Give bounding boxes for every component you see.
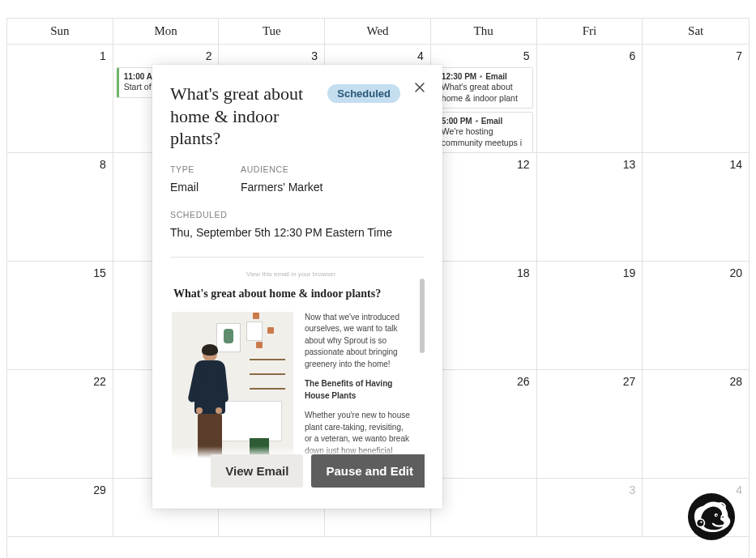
calendar-day[interactable]: 20 (643, 262, 749, 369)
preview-top-note: View this email in your browser (170, 270, 412, 278)
calendar-day[interactable]: 29 (7, 479, 113, 536)
day-number: 5 (523, 49, 530, 62)
preview-intro: Now that we've introduced ourselves, we … (305, 312, 410, 371)
calendar-header-tue: Tue (219, 19, 325, 44)
day-number: 3 (311, 49, 318, 62)
calendar-day[interactable]: 6 (537, 45, 643, 152)
app-stage: Sun Mon Tue Wed Thu Fri Sat 1 2 11:00 AM… (0, 0, 756, 558)
event-detail-popup: What's great about home & indoor plants?… (152, 65, 442, 509)
calendar-day[interactable] (431, 479, 537, 536)
day-number: 1 (100, 49, 106, 62)
popup-header: What's great about home & indoor plants?… (170, 83, 425, 150)
calendar-header-fri: Fri (537, 19, 643, 44)
day-number: 7 (736, 49, 742, 62)
preview-subhead: The Benefits of Having House Plants (305, 378, 410, 402)
calendar-day[interactable]: 27 (537, 370, 643, 478)
calendar-day[interactable]: 15 (7, 262, 113, 369)
calendar-day[interactable]: 8 (7, 153, 113, 261)
status-badge: Scheduled (327, 84, 400, 103)
calendar-day[interactable]: 5 12:30 PMEmail What's great about home … (431, 45, 537, 152)
calendar-header-row: Sun Mon Tue Wed Thu Fri Sat (7, 19, 749, 45)
scheduled-block: SCHEDULED Thu, September 5th 12:30 PM Ea… (170, 210, 425, 239)
day-number: 3 (629, 483, 635, 496)
day-number: 28 (729, 375, 742, 388)
event-chip[interactable]: 5:00 PMEmail We're hosting community mee… (434, 112, 533, 152)
day-number: 26 (517, 375, 530, 388)
svg-point-6 (697, 520, 703, 526)
day-number: 15 (93, 266, 106, 279)
close-button[interactable] (410, 78, 429, 97)
calendar-day[interactable]: 19 (537, 262, 643, 369)
divider (170, 257, 425, 258)
event-meta: 12:30 PMEmail (442, 71, 527, 82)
day-number: 8 (100, 158, 106, 171)
day-number: 29 (93, 483, 106, 496)
calendar-header-mon: Mon (113, 19, 220, 44)
scheduled-label: SCHEDULED (170, 210, 425, 219)
mailchimp-logo-icon (686, 492, 737, 542)
day-number: 13 (623, 158, 636, 171)
audience-label: AUDIENCE (241, 164, 322, 174)
event-title: We're hosting community meetups i (442, 126, 527, 148)
calendar-day[interactable]: 14 (643, 153, 749, 261)
event-meta: 5:00 PMEmail (442, 116, 527, 126)
day-number: 19 (623, 266, 636, 279)
email-preview: View this email in your browser What's g… (170, 270, 425, 496)
calendar-day[interactable]: 12 (431, 153, 537, 261)
day-number: 18 (517, 266, 530, 279)
type-label: TYPE (170, 164, 199, 174)
popup-title: What's great about home & indoor plants? (170, 83, 318, 150)
type-value: Email (170, 181, 199, 194)
day-number: 20 (729, 266, 742, 279)
scheduled-value: Thu, September 5th 12:30 PM Eastern Time (170, 226, 425, 239)
calendar-header-sat: Sat (643, 19, 749, 44)
calendar-header-sun: Sun (7, 19, 113, 44)
day-number: 2 (206, 49, 212, 62)
day-number: 4 (417, 49, 424, 62)
event-chip[interactable]: 12:30 PMEmail What's great about home & … (434, 67, 533, 109)
view-email-button[interactable]: View Email (211, 454, 303, 488)
popup-meta-row: TYPE Email AUDIENCE Farmers' Market (170, 164, 425, 194)
calendar-header-wed: Wed (325, 19, 431, 44)
day-number: 14 (729, 158, 742, 171)
audience-value: Farmers' Market (241, 181, 322, 194)
close-icon (415, 83, 425, 92)
calendar-day[interactable]: 28 (643, 370, 749, 478)
popup-button-row: View Email Pause and Edit (170, 446, 425, 496)
calendar-day[interactable]: 18 (431, 262, 537, 369)
day-number: 22 (93, 375, 106, 388)
calendar-day[interactable]: 22 (7, 370, 113, 478)
calendar-day[interactable]: 3 (537, 479, 643, 536)
day-number: 6 (629, 49, 635, 62)
calendar-day[interactable]: 13 (537, 153, 643, 261)
event-title: What's great about home & indoor plant (442, 82, 527, 104)
calendar-day[interactable]: 1 (7, 45, 113, 152)
svg-point-4 (722, 517, 724, 518)
pause-and-edit-button[interactable]: Pause and Edit (311, 454, 425, 488)
calendar-day[interactable]: 26 (431, 370, 537, 478)
day-number: 12 (517, 158, 530, 171)
scrollbar-thumb[interactable] (420, 279, 425, 353)
day-number: 4 (736, 483, 742, 496)
calendar-header-thu: Thu (431, 19, 537, 44)
day-number: 27 (623, 375, 636, 388)
svg-point-7 (700, 522, 702, 523)
preview-headline: What's great about home & indoor plants? (173, 288, 408, 300)
svg-point-3 (716, 515, 718, 517)
calendar-day[interactable]: 7 (643, 45, 749, 152)
